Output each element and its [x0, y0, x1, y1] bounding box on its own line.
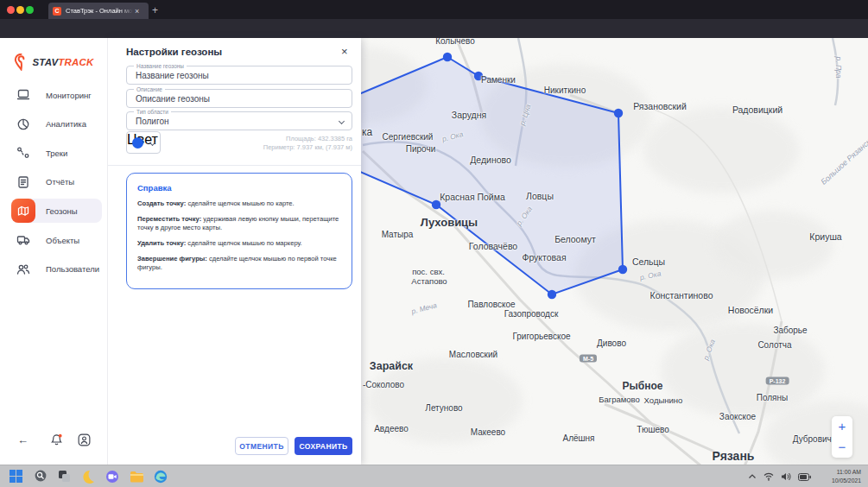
- polygon-vertex[interactable]: [548, 290, 556, 299]
- map-place-label: Григорьевское: [512, 332, 570, 341]
- taskbar: 11:00 AM 10/05/2021: [0, 465, 868, 487]
- road-badge: М-5: [580, 355, 597, 363]
- map-place-label: Авдеево: [374, 424, 409, 433]
- zoom-in-button[interactable]: +: [832, 416, 852, 437]
- map-place-label: Пирочи: [406, 144, 435, 154]
- field-value: Описание геозоны: [136, 94, 210, 104]
- battery-icon[interactable]: [798, 473, 811, 481]
- map-place-label: Ловцы: [526, 191, 554, 201]
- map-place-label: Тюшево: [637, 425, 669, 434]
- browser-tab[interactable]: C СтавТрэк - Онлайн мониторин ×: [48, 3, 149, 19]
- sidebar-item-label: Объекты: [46, 236, 79, 245]
- map-river-label: р. Пра: [834, 56, 843, 78]
- panel-close-icon[interactable]: ×: [341, 45, 348, 58]
- search-icon[interactable]: [31, 468, 48, 485]
- map-place-label: Заокское: [719, 412, 756, 421]
- edge-icon[interactable]: [152, 468, 169, 485]
- map-place-label: Раменки: [481, 75, 516, 85]
- taskbar-clock[interactable]: 11:00 AM 10/05/2021: [832, 468, 861, 485]
- sidebar-item-5[interactable]: Геозоны: [11, 199, 102, 223]
- map-place-label: Летуново: [425, 403, 462, 413]
- window-zoom-icon[interactable]: [26, 6, 34, 14]
- new-tab-button[interactable]: +: [152, 4, 158, 16]
- file-explorer-icon[interactable]: [128, 468, 145, 485]
- browser-tab-bar: C СтавТрэк - Онлайн мониторин × +: [0, 0, 868, 19]
- divider: [108, 165, 361, 166]
- help-item: Удалить точку: сделайте щелчок мышью по …: [137, 239, 341, 249]
- field-value: Название геозоны: [136, 71, 209, 80]
- map-place-label: Колычево: [435, 38, 475, 46]
- sidebar-item-label: Отчёты: [46, 177, 74, 187]
- sidebar-item-4[interactable]: Отчёты: [11, 170, 102, 194]
- color-picker[interactable]: Цвет: [126, 131, 161, 154]
- map-place-label: Ходынино: [644, 395, 683, 405]
- geozone-description-field[interactable]: Описание Описание геозоны: [126, 89, 352, 108]
- sidebar-item-label: Пользователи: [46, 264, 99, 274]
- field-label: Тип области: [134, 109, 171, 116]
- map-place-label: Матыра: [382, 230, 414, 239]
- map-place-label: Солотча: [757, 340, 791, 350]
- map-place-label: ка: [362, 126, 372, 138]
- collapse-sidebar-icon[interactable]: ←: [17, 433, 29, 446]
- account-icon[interactable]: [78, 433, 91, 446]
- reports-icon: [16, 175, 30, 189]
- time: 11:00 AM: [832, 468, 861, 477]
- map-place-label: Рязань: [713, 449, 755, 463]
- moon-app-icon[interactable]: [79, 468, 97, 485]
- help-item: Создать точку: сделайте щелчок мышью по …: [137, 199, 341, 209]
- chevron-down-icon: [339, 118, 345, 124]
- tray-chevron-up-icon[interactable]: [748, 473, 757, 480]
- map-place-label: Баграмово: [599, 395, 640, 404]
- sidebar-item-6[interactable]: Объекты: [11, 228, 102, 252]
- sidebar-item-label: Треки: [46, 149, 67, 158]
- start-icon[interactable]: [7, 468, 24, 485]
- map-place-label: Астапово: [411, 276, 447, 286]
- sidebar-item-3[interactable]: Треки: [11, 141, 102, 165]
- zoom-out-button[interactable]: −: [832, 437, 852, 458]
- polygon-vertex[interactable]: [614, 109, 623, 117]
- map-place-label: Сельцы: [632, 256, 665, 267]
- map-place-label: пос. свх.: [412, 267, 445, 276]
- notifications-bell-icon[interactable]: [50, 433, 63, 446]
- field-value: Полигон: [136, 117, 168, 126]
- field-label: Описание: [134, 86, 165, 93]
- save-button[interactable]: СОХРАНИТЬ: [295, 437, 352, 455]
- screen: C СтавТрэк - Онлайн мониторин × + ← → ↻ …: [0, 0, 868, 487]
- map-place-label: Дубровичи: [793, 434, 837, 444]
- area-metric: Площадь: 432.3385 га: [223, 135, 352, 142]
- wifi-icon[interactable]: [763, 472, 774, 481]
- sidebar-item-2[interactable]: Аналитика: [11, 112, 102, 136]
- map-place-label: Рязановский: [633, 101, 687, 111]
- map-zoom-control: + −: [832, 416, 852, 458]
- geozone-name-field[interactable]: Название геозоны Название геозоны: [126, 66, 352, 85]
- brand-pin-icon: [14, 54, 29, 71]
- map-place-label: Поляны: [757, 393, 789, 402]
- task-view-icon[interactable]: [55, 468, 73, 485]
- window-close-icon[interactable]: [7, 6, 15, 14]
- sidebar-item-7[interactable]: Пользователи: [11, 257, 102, 281]
- map-place-label: Павловское: [467, 300, 515, 309]
- help-item: Завершение фигуры: сделайте щелчок мышью…: [137, 255, 341, 273]
- map-place-label: Заборье: [773, 326, 807, 335]
- map-place-label: Константиново: [650, 290, 713, 300]
- map-place-label: Головачёво: [469, 241, 517, 251]
- map-place-label: Дивово: [597, 338, 626, 348]
- meet-app-icon[interactable]: [104, 468, 121, 485]
- sidebar-item-label: Геозоны: [46, 206, 78, 216]
- map-place-label: Дединово: [470, 155, 511, 165]
- polygon-vertex[interactable]: [618, 265, 627, 274]
- monitor-icon: [16, 88, 30, 102]
- volume-icon[interactable]: [781, 472, 791, 481]
- perimeter-metric: Периметр: 7.937 км, (7.937 м): [223, 143, 352, 151]
- geozone-settings-panel: Настройки геозоны × Название геозоны Наз…: [108, 38, 361, 465]
- cancel-button[interactable]: ОТМЕНИТЬ: [235, 437, 288, 455]
- site-favicon-icon: C: [53, 7, 61, 16]
- polygon-vertex[interactable]: [443, 53, 452, 61]
- sidebar-item-1[interactable]: Мониторинг: [11, 83, 102, 107]
- tab-close-icon[interactable]: ×: [135, 7, 139, 16]
- app-sidebar: STAVTRACK Мониторинг Аналитика Треки Отч…: [0, 38, 108, 465]
- map-place-label: Луховицы: [421, 216, 478, 229]
- road-badge: Р-132: [766, 377, 789, 385]
- window-minimize-icon[interactable]: [16, 6, 24, 14]
- area-type-select[interactable]: Тип области Полигон: [126, 111, 352, 130]
